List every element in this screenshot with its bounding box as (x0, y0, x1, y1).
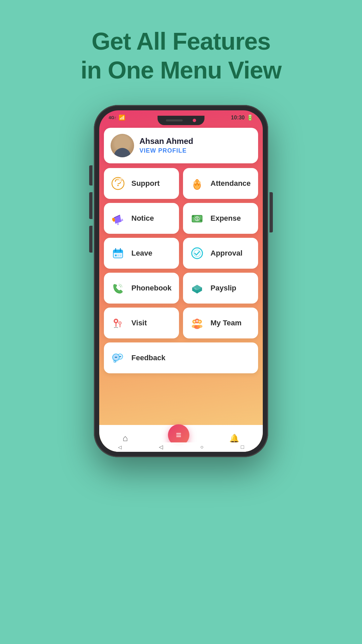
signal-icon: 📶 (119, 114, 125, 121)
attendance-label: Attendance (210, 179, 251, 188)
avatar (111, 134, 134, 157)
svg-rect-22 (120, 255, 121, 256)
svg-rect-20 (115, 255, 117, 256)
svg-rect-21 (117, 255, 119, 256)
svg-point-30 (119, 322, 121, 324)
profile-card[interactable]: Ahsan Ahmed VIEW PROFILE (104, 128, 258, 163)
svg-point-6 (196, 179, 198, 182)
page-title: Get All Features in One Menu View (81, 27, 282, 85)
phone-notch (158, 116, 204, 125)
svg-point-38 (196, 320, 198, 322)
phonebook-label: Phonebook (131, 284, 172, 292)
visit-icon (109, 314, 127, 332)
svg-point-28 (115, 320, 117, 322)
avatar-body (114, 148, 131, 157)
menu-item-visit[interactable]: Visit (104, 308, 179, 338)
phone-button-vol-down (89, 226, 93, 253)
svg-point-23 (192, 248, 202, 259)
feedback-icon (109, 349, 127, 367)
menu-grid: ? Support (104, 168, 258, 377)
menu-item-attendance[interactable]: Attendance (183, 168, 258, 199)
phone-mockup: 4G↑ 📶 10:30 🔋 (94, 105, 268, 457)
myteam-label: My Team (210, 319, 242, 327)
expense-label: Expense (210, 214, 241, 223)
status-left: 4G↑ 📶 (109, 114, 125, 121)
expense-icon: $ (188, 210, 206, 227)
support-label: Support (131, 179, 160, 188)
nav-recent-icon[interactable]: □ (241, 444, 244, 450)
svg-rect-13 (192, 216, 194, 217)
notch-camera (193, 119, 196, 122)
menu-item-approval[interactable]: Approval (183, 238, 258, 269)
phone-button-mute (89, 165, 93, 185)
menu-item-phonebook[interactable]: Phonebook (104, 273, 179, 304)
menu-item-notice[interactable]: Notice (104, 203, 179, 234)
svg-point-44 (120, 356, 121, 357)
approval-icon (188, 245, 206, 262)
leave-label: Leave (131, 249, 152, 258)
notice-icon (109, 210, 127, 227)
svg-text:?: ? (121, 179, 123, 182)
network-icon: 4G↑ (109, 115, 117, 120)
phonebook-icon (109, 279, 127, 297)
avatar-image (111, 134, 134, 157)
menu-item-support[interactable]: ? Support (104, 168, 179, 199)
android-nav-bar: ◁ ◁ ○ □ (99, 442, 263, 452)
support-icon: ? (109, 175, 127, 192)
phone-button-power (269, 192, 273, 232)
svg-point-48 (116, 357, 117, 358)
svg-point-37 (193, 321, 195, 323)
profile-name: Ahsan Ahmed (139, 137, 193, 146)
phone-button-vol-up (89, 192, 93, 219)
notification-nav-button[interactable]: 🔔 (229, 434, 239, 443)
status-right: 10:30 🔋 (231, 114, 253, 121)
notice-label: Notice (131, 214, 154, 223)
phone-body: 4G↑ 📶 10:30 🔋 (94, 105, 268, 457)
svg-rect-17 (113, 252, 123, 253)
nav-dropdown-icon[interactable]: ◁ (118, 444, 122, 450)
time-display: 10:30 (231, 115, 245, 121)
avatar-head (117, 138, 127, 148)
nav-back-icon[interactable]: ◁ (159, 444, 163, 450)
leave-icon (109, 245, 127, 262)
svg-rect-14 (200, 220, 202, 221)
bell-icon: 🔔 (229, 434, 239, 443)
svg-point-1 (117, 185, 119, 186)
payslip-icon (188, 279, 206, 297)
screen-content: Ahsan Ahmed VIEW PROFILE (99, 125, 263, 425)
svg-point-39 (199, 321, 201, 323)
view-profile-link[interactable]: VIEW PROFILE (139, 147, 193, 154)
home-nav-button[interactable]: ⌂ (123, 433, 128, 443)
svg-point-36 (197, 325, 202, 328)
home-icon: ⌂ (123, 433, 128, 443)
nav-home-icon[interactable]: ○ (200, 444, 204, 450)
menu-item-leave[interactable]: Leave (104, 238, 179, 269)
profile-info: Ahsan Ahmed VIEW PROFILE (139, 137, 193, 154)
feedback-label: Feedback (131, 354, 166, 362)
attendance-icon (188, 175, 206, 192)
approval-label: Approval (210, 249, 242, 258)
svg-text:$: $ (196, 217, 198, 221)
myteam-icon (188, 314, 206, 332)
svg-point-8 (117, 223, 119, 225)
phone-screen: 4G↑ 📶 10:30 🔋 (99, 110, 263, 452)
visit-label: Visit (131, 319, 147, 327)
payslip-label: Payslip (210, 284, 236, 292)
menu-item-myteam[interactable]: My Team (183, 308, 258, 338)
fab-menu-icon: ≡ (176, 430, 181, 440)
menu-item-payslip[interactable]: Payslip (183, 273, 258, 304)
battery-icon: 🔋 (247, 114, 253, 121)
menu-item-feedback[interactable]: Feedback (104, 342, 258, 373)
notch-speaker (166, 119, 183, 121)
menu-item-expense[interactable]: $ Expense (183, 203, 258, 234)
